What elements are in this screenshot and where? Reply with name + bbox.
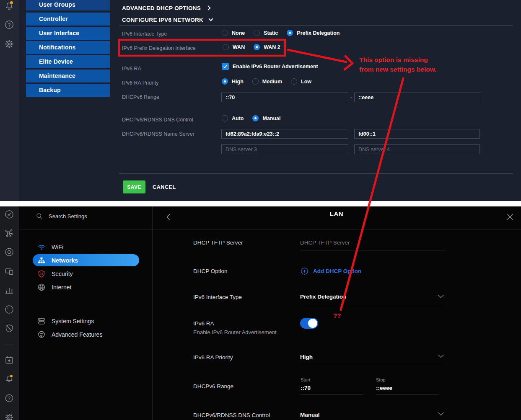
- ra-priority-label-new: IPv6 RA Priority: [193, 354, 233, 361]
- release-notes-icon[interactable]: [4, 355, 14, 365]
- range-start-underline: [301, 394, 363, 394]
- old-settings-section: ? User Groups Controller User Interface …: [0, 0, 521, 201]
- menu-item-controller[interactable]: Controller: [26, 13, 110, 26]
- name-server-3-input[interactable]: [221, 144, 348, 154]
- ra-priority-label: IPv6 RA Priority: [122, 80, 159, 86]
- iconbar-divider: [5, 345, 14, 345]
- menu-item-maintenance[interactable]: Maintenance: [26, 70, 110, 82]
- radio-auto[interactable]: [222, 115, 228, 121]
- nav-item-wifi[interactable]: WiFi: [33, 241, 139, 253]
- support-icon[interactable]: ?: [4, 393, 14, 403]
- nav-item-security[interactable]: U Security: [33, 268, 139, 280]
- ra-label-new: IPv6 RA: [193, 320, 214, 327]
- ra-priority-underline: [300, 365, 445, 365]
- radio-wan[interactable]: [223, 44, 229, 50]
- alerts-bell-icon[interactable]: [4, 0, 15, 11]
- devices-icon[interactable]: [4, 247, 14, 257]
- add-dhcp-option-label: Add DHCP Option: [313, 268, 361, 274]
- dashboard-icon[interactable]: [4, 209, 14, 219]
- topology-icon[interactable]: [4, 228, 14, 238]
- ra-checkbox-row: Enable IPv6 Router Advertisement: [222, 63, 323, 70]
- radio-low-label: Low: [301, 79, 311, 85]
- radio-none[interactable]: [222, 30, 228, 36]
- nav-item-system-settings[interactable]: System Settings: [33, 315, 139, 327]
- help-icon[interactable]: ?: [4, 19, 15, 30]
- notifications-bell-icon[interactable]: [4, 374, 14, 384]
- radio-high[interactable]: [222, 78, 228, 85]
- footer-divider: [119, 173, 513, 174]
- chevron-right-icon: [206, 5, 210, 10]
- search-icon: [35, 212, 44, 220]
- ra-toggle[interactable]: [300, 318, 318, 329]
- statistics-icon[interactable]: [4, 285, 14, 295]
- radio-prefix-delegation[interactable]: [287, 30, 293, 36]
- ra-priority-radio-group: High Medium Low: [222, 78, 316, 85]
- security-shield-icon: U: [37, 269, 46, 278]
- range-start-field[interactable]: ::70: [301, 385, 311, 391]
- map-icon[interactable]: [4, 304, 14, 314]
- radio-medium[interactable]: [252, 78, 259, 85]
- cancel-button[interactable]: CANCEL: [153, 184, 176, 190]
- dns-control-label-new: DHCPv6/RDNSS DNS Control: [193, 412, 270, 418]
- menu-item-notifications[interactable]: Notifications: [26, 41, 110, 54]
- annotation-question-marks: ??: [333, 312, 341, 319]
- nav-item-advanced-features-label: Advanced Features: [52, 331, 102, 338]
- radio-wan2-label: WAN 2: [264, 44, 280, 50]
- search-settings[interactable]: [35, 212, 132, 220]
- ra-checkbox[interactable]: [222, 63, 229, 70]
- nav-item-networks[interactable]: Networks: [33, 254, 139, 266]
- radio-manual-label: Manual: [262, 116, 280, 121]
- ra-priority-select[interactable]: High: [300, 354, 313, 360]
- range-stop-input[interactable]: [354, 93, 481, 102]
- tftp-underline: [300, 250, 445, 250]
- nav-item-security-label: Security: [52, 271, 73, 277]
- menu-item-elite-device[interactable]: Elite Device: [26, 55, 110, 68]
- section-advanced-dhcp[interactable]: ADVANCED DHCP OPTIONS: [122, 5, 210, 11]
- toggle-knob: [308, 319, 317, 328]
- ra-checkbox-label: Enable IPv6 Router Advertisement: [233, 64, 318, 70]
- chevron-down-icon: [436, 291, 446, 301]
- name-server-2-input[interactable]: [354, 129, 480, 139]
- preferences-gear-icon[interactable]: [4, 412, 14, 420]
- name-server-4-input[interactable]: [354, 144, 480, 154]
- networks-icon: [37, 256, 46, 265]
- save-button[interactable]: SAVE: [123, 180, 145, 193]
- settings-gear-icon[interactable]: [4, 39, 15, 49]
- dns-control-select[interactable]: Manual: [300, 412, 320, 418]
- svg-text:?: ?: [8, 396, 10, 401]
- ra-label: IPv6 RA: [122, 66, 141, 72]
- range-start-input[interactable]: [221, 93, 348, 102]
- menu-item-user-groups[interactable]: User Groups: [26, 0, 110, 10]
- menu-item-user-interface[interactable]: User Interface: [26, 27, 110, 40]
- close-button[interactable]: [505, 212, 516, 223]
- interface-type-select[interactable]: Prefix Delegation: [300, 294, 346, 300]
- chevron-down-icon: [209, 16, 213, 21]
- radio-low[interactable]: [291, 78, 297, 85]
- chevron-down-icon: [436, 351, 446, 361]
- section-divider: [119, 25, 513, 26]
- menu-item-backup[interactable]: Backup: [26, 84, 110, 97]
- threats-shield-icon[interactable]: [4, 323, 14, 333]
- screenshot-gap: [0, 201, 521, 206]
- sidebar-divider: [152, 206, 153, 420]
- nav-item-internet[interactable]: Internet: [33, 281, 139, 293]
- search-input[interactable]: [49, 213, 132, 219]
- section-configure-ipv6[interactable]: CONFIGURE IPV6 NETWORK: [122, 17, 213, 23]
- range-stop-underline: [376, 394, 439, 394]
- nav-item-advanced-features[interactable]: Advanced Features: [33, 329, 139, 340]
- tftp-field[interactable]: DHCP TFTP Server: [300, 240, 350, 246]
- header-divider: [19, 229, 521, 229]
- radio-static[interactable]: [254, 30, 260, 36]
- tftp-label: DHCP TFTP Server: [193, 240, 243, 246]
- range-stop-field[interactable]: ::eeee: [376, 385, 392, 391]
- name-server-1-input[interactable]: [221, 129, 348, 139]
- radio-manual[interactable]: [252, 115, 259, 121]
- add-dhcp-option-button[interactable]: Add DHCP Option: [300, 267, 361, 276]
- range-separator: -: [350, 94, 352, 100]
- interface-type-label: IPv6 Interface Type: [122, 31, 167, 37]
- clients-icon[interactable]: [4, 266, 14, 276]
- annotation-note-line2: from new settings below.: [359, 64, 437, 74]
- radio-wan2[interactable]: [254, 44, 260, 50]
- svg-text:?: ?: [8, 22, 11, 28]
- wifi-icon: [37, 242, 46, 252]
